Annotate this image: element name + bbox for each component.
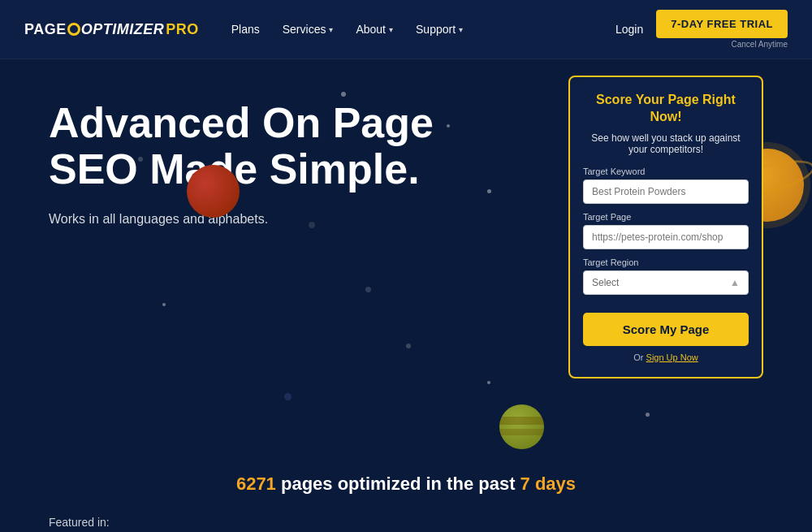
nav-services[interactable]: Services ▾ [283, 23, 334, 36]
logo-pro: PRO [166, 21, 199, 38]
star-dot [406, 344, 411, 348]
star-dot [646, 413, 650, 417]
hero-section: Advanced On Page SEO Made Simple. Works … [0, 59, 812, 465]
score-card-title: Score Your Page Right Now! [583, 92, 749, 126]
logo-optimizer: OPTIMIZER [81, 21, 165, 38]
page-group: Target Page [583, 212, 749, 249]
cancel-text: Cancel Anytime [656, 40, 788, 49]
star-dot [284, 393, 292, 400]
star-dot [365, 287, 371, 292]
featured-label: Featured in: [49, 516, 763, 529]
page-label: Target Page [583, 212, 749, 222]
hero-subtitle: Works in all languages and alphabets. [49, 212, 438, 227]
score-card-subtitle: See how well you stack up against your c… [583, 132, 749, 155]
star-dot [138, 157, 143, 162]
login-link[interactable]: Login [615, 23, 643, 36]
stats-days: 7 days [520, 474, 577, 494]
planet-red [187, 165, 240, 218]
nav-plans[interactable]: Plans [231, 23, 260, 36]
stats-section: 6271 pages optimized in the past 7 days [0, 465, 812, 508]
triangle-icon: ▲ [730, 277, 740, 288]
featured-section: Featured in: ✦ ahrefs ✦ GoDaddy RAVEN En… [0, 508, 812, 532]
logo: PAGE OPTIMIZER PRO [24, 21, 199, 38]
trial-btn-wrapper: 7-DAY FREE TRIAL Cancel Anytime [656, 10, 788, 49]
star-dot [487, 189, 491, 193]
region-label: Target Region [583, 257, 749, 267]
keyword-input[interactable] [583, 179, 749, 204]
hero-left: Advanced On Page SEO Made Simple. Works … [49, 100, 438, 227]
sign-up-link[interactable]: Sign Up Now [646, 353, 698, 362]
chevron-down-icon: ▾ [389, 25, 393, 34]
page-input[interactable] [583, 225, 749, 249]
region-group: Target Region Select ▲ [583, 257, 749, 295]
chevron-down-icon: ▾ [329, 25, 333, 34]
trial-button[interactable]: 7-DAY FREE TRIAL [656, 10, 788, 38]
keyword-label: Target Keyword [583, 167, 749, 176]
keyword-group: Target Keyword [583, 167, 749, 204]
nav-right: Login 7-DAY FREE TRIAL Cancel Anytime [615, 10, 788, 49]
nav-links: Plans Services ▾ About ▾ Support ▾ [231, 23, 615, 36]
nav-support[interactable]: Support ▾ [416, 23, 463, 36]
star-dot [341, 92, 346, 97]
star-dot [309, 222, 315, 228]
region-select[interactable]: Select ▲ [583, 270, 749, 295]
score-card-footer: Or Sign Up Now [583, 353, 749, 362]
stats-text: pages optimized in the past [281, 474, 520, 494]
star-dot [487, 381, 490, 384]
chevron-down-icon: ▾ [459, 25, 463, 34]
star-dot [447, 124, 450, 128]
star-dot [162, 303, 166, 306]
hero-title: Advanced On Page SEO Made Simple. [49, 100, 438, 192]
planet-olive [499, 404, 544, 449]
logo-circle-icon [67, 23, 80, 36]
nav-about[interactable]: About ▾ [356, 23, 393, 36]
logo-page: PAGE [24, 21, 67, 38]
score-card: Score Your Page Right Now! See how well … [568, 76, 763, 378]
navbar: PAGE OPTIMIZER PRO Plans Services ▾ Abou… [0, 0, 812, 59]
stats-count: 6271 [236, 474, 276, 494]
footer-or-text: Or [633, 353, 643, 362]
region-select-value: Select [592, 277, 619, 288]
score-my-page-button[interactable]: Score My Page [583, 313, 749, 346]
